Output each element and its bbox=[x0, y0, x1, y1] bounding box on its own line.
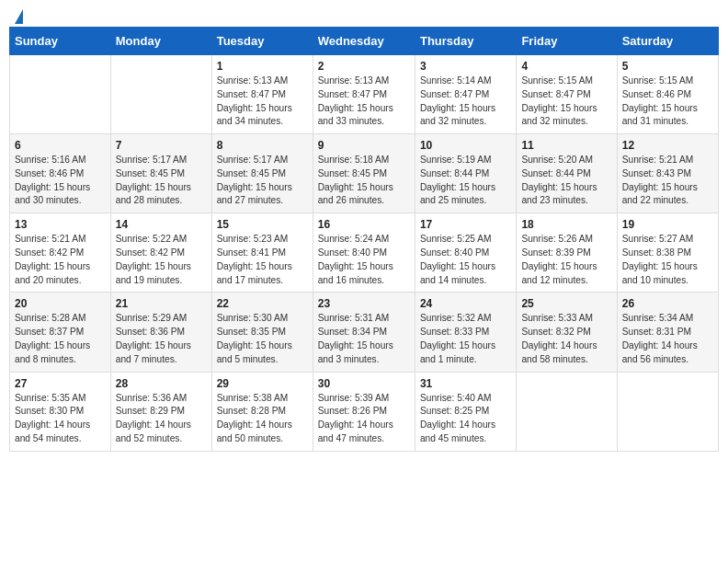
logo-triangle-icon bbox=[15, 9, 23, 24]
calendar-cell: 4Sunrise: 5:15 AMSunset: 8:47 PMDaylight… bbox=[517, 55, 617, 134]
day-info: Sunrise: 5:27 AMSunset: 8:38 PMDaylight:… bbox=[622, 233, 713, 287]
day-number: 16 bbox=[318, 218, 410, 231]
day-info: Sunrise: 5:23 AMSunset: 8:41 PMDaylight:… bbox=[217, 233, 308, 287]
day-number: 25 bbox=[521, 297, 611, 310]
day-info: Sunrise: 5:13 AMSunset: 8:47 PMDaylight:… bbox=[318, 75, 410, 129]
calendar-header-row: SundayMondayTuesdayWednesdayThursdayFrid… bbox=[10, 28, 719, 55]
day-info: Sunrise: 5:29 AMSunset: 8:36 PMDaylight:… bbox=[116, 312, 207, 366]
day-number: 26 bbox=[622, 297, 713, 310]
day-info: Sunrise: 5:28 AMSunset: 8:37 PMDaylight:… bbox=[15, 312, 106, 366]
day-info: Sunrise: 5:39 AMSunset: 8:26 PMDaylight:… bbox=[318, 392, 410, 446]
calendar-cell: 15Sunrise: 5:23 AMSunset: 8:41 PMDayligh… bbox=[211, 213, 313, 293]
day-info: Sunrise: 5:19 AMSunset: 8:44 PMDaylight:… bbox=[420, 154, 511, 208]
calendar-cell: 5Sunrise: 5:15 AMSunset: 8:46 PMDaylight… bbox=[617, 55, 718, 134]
calendar-cell: 9Sunrise: 5:18 AMSunset: 8:45 PMDaylight… bbox=[313, 134, 415, 213]
calendar-cell: 31Sunrise: 5:40 AMSunset: 8:25 PMDayligh… bbox=[415, 372, 516, 451]
day-info: Sunrise: 5:25 AMSunset: 8:40 PMDaylight:… bbox=[420, 233, 511, 287]
day-info: Sunrise: 5:31 AMSunset: 8:34 PMDaylight:… bbox=[318, 312, 410, 366]
calendar-cell: 28Sunrise: 5:36 AMSunset: 8:29 PMDayligh… bbox=[110, 372, 211, 451]
calendar-cell: 19Sunrise: 5:27 AMSunset: 8:38 PMDayligh… bbox=[617, 213, 718, 293]
calendar-cell: 8Sunrise: 5:17 AMSunset: 8:45 PMDaylight… bbox=[211, 134, 313, 213]
day-info: Sunrise: 5:21 AMSunset: 8:42 PMDaylight:… bbox=[15, 233, 106, 287]
day-number: 3 bbox=[420, 60, 511, 73]
calendar-cell: 24Sunrise: 5:32 AMSunset: 8:33 PMDayligh… bbox=[415, 293, 516, 372]
day-number: 31 bbox=[420, 377, 511, 390]
calendar-cell: 1Sunrise: 5:13 AMSunset: 8:47 PMDaylight… bbox=[211, 55, 313, 134]
calendar-week-1: 1Sunrise: 5:13 AMSunset: 8:47 PMDaylight… bbox=[10, 55, 719, 134]
calendar-cell: 14Sunrise: 5:22 AMSunset: 8:42 PMDayligh… bbox=[110, 213, 211, 293]
calendar: SundayMondayTuesdayWednesdayThursdayFrid… bbox=[9, 27, 719, 452]
calendar-cell: 21Sunrise: 5:29 AMSunset: 8:36 PMDayligh… bbox=[110, 293, 211, 372]
day-number: 28 bbox=[116, 377, 207, 390]
day-info: Sunrise: 5:15 AMSunset: 8:47 PMDaylight:… bbox=[521, 75, 611, 129]
day-info: Sunrise: 5:21 AMSunset: 8:43 PMDaylight:… bbox=[622, 154, 713, 208]
header-wednesday: Wednesday bbox=[313, 28, 415, 55]
calendar-cell: 6Sunrise: 5:16 AMSunset: 8:46 PMDaylight… bbox=[10, 134, 111, 213]
day-info: Sunrise: 5:14 AMSunset: 8:47 PMDaylight:… bbox=[420, 75, 511, 129]
day-info: Sunrise: 5:17 AMSunset: 8:45 PMDaylight:… bbox=[116, 154, 207, 208]
day-number: 27 bbox=[15, 377, 106, 390]
day-info: Sunrise: 5:16 AMSunset: 8:46 PMDaylight:… bbox=[15, 154, 106, 208]
day-info: Sunrise: 5:18 AMSunset: 8:45 PMDaylight:… bbox=[318, 154, 410, 208]
calendar-cell: 17Sunrise: 5:25 AMSunset: 8:40 PMDayligh… bbox=[415, 213, 516, 293]
calendar-cell: 13Sunrise: 5:21 AMSunset: 8:42 PMDayligh… bbox=[10, 213, 111, 293]
day-number: 13 bbox=[15, 218, 106, 231]
calendar-cell: 3Sunrise: 5:14 AMSunset: 8:47 PMDaylight… bbox=[415, 55, 516, 134]
calendar-cell: 2Sunrise: 5:13 AMSunset: 8:47 PMDaylight… bbox=[313, 55, 415, 134]
day-info: Sunrise: 5:40 AMSunset: 8:25 PMDaylight:… bbox=[420, 392, 511, 446]
day-number: 14 bbox=[116, 218, 207, 231]
header-sunday: Sunday bbox=[10, 28, 111, 55]
day-info: Sunrise: 5:35 AMSunset: 8:30 PMDaylight:… bbox=[15, 392, 106, 446]
day-number: 1 bbox=[217, 60, 308, 73]
calendar-cell: 30Sunrise: 5:39 AMSunset: 8:26 PMDayligh… bbox=[313, 372, 415, 451]
header-thursday: Thursday bbox=[415, 28, 516, 55]
calendar-cell: 18Sunrise: 5:26 AMSunset: 8:39 PMDayligh… bbox=[517, 213, 617, 293]
calendar-cell bbox=[10, 55, 111, 134]
calendar-cell: 11Sunrise: 5:20 AMSunset: 8:44 PMDayligh… bbox=[517, 134, 617, 213]
day-info: Sunrise: 5:22 AMSunset: 8:42 PMDaylight:… bbox=[116, 233, 207, 287]
day-number: 23 bbox=[318, 297, 410, 310]
calendar-cell: 10Sunrise: 5:19 AMSunset: 8:44 PMDayligh… bbox=[415, 134, 516, 213]
calendar-week-5: 27Sunrise: 5:35 AMSunset: 8:30 PMDayligh… bbox=[10, 372, 719, 451]
header-tuesday: Tuesday bbox=[211, 28, 313, 55]
day-number: 19 bbox=[622, 218, 713, 231]
day-number: 29 bbox=[217, 377, 308, 390]
day-number: 21 bbox=[116, 297, 207, 310]
day-number: 7 bbox=[116, 139, 207, 152]
day-info: Sunrise: 5:20 AMSunset: 8:44 PMDaylight:… bbox=[521, 154, 611, 208]
day-info: Sunrise: 5:17 AMSunset: 8:45 PMDaylight:… bbox=[217, 154, 308, 208]
calendar-cell: 7Sunrise: 5:17 AMSunset: 8:45 PMDaylight… bbox=[110, 134, 211, 213]
day-number: 20 bbox=[15, 297, 106, 310]
day-info: Sunrise: 5:26 AMSunset: 8:39 PMDaylight:… bbox=[521, 233, 611, 287]
calendar-cell bbox=[517, 372, 617, 451]
page-header bbox=[9, 9, 719, 19]
day-number: 6 bbox=[15, 139, 106, 152]
header-monday: Monday bbox=[110, 28, 211, 55]
day-info: Sunrise: 5:36 AMSunset: 8:29 PMDaylight:… bbox=[116, 392, 207, 446]
day-number: 11 bbox=[521, 139, 611, 152]
calendar-cell: 12Sunrise: 5:21 AMSunset: 8:43 PMDayligh… bbox=[617, 134, 718, 213]
calendar-week-2: 6Sunrise: 5:16 AMSunset: 8:46 PMDaylight… bbox=[10, 134, 719, 213]
day-number: 30 bbox=[318, 377, 410, 390]
calendar-cell: 26Sunrise: 5:34 AMSunset: 8:31 PMDayligh… bbox=[617, 293, 718, 372]
day-info: Sunrise: 5:38 AMSunset: 8:28 PMDaylight:… bbox=[217, 392, 308, 446]
calendar-cell bbox=[617, 372, 718, 451]
day-number: 18 bbox=[521, 218, 611, 231]
header-saturday: Saturday bbox=[617, 28, 718, 55]
calendar-cell: 23Sunrise: 5:31 AMSunset: 8:34 PMDayligh… bbox=[313, 293, 415, 372]
calendar-cell: 27Sunrise: 5:35 AMSunset: 8:30 PMDayligh… bbox=[10, 372, 111, 451]
day-info: Sunrise: 5:30 AMSunset: 8:35 PMDaylight:… bbox=[217, 312, 308, 366]
day-number: 4 bbox=[521, 60, 611, 73]
calendar-cell bbox=[110, 55, 211, 134]
day-number: 5 bbox=[622, 60, 713, 73]
day-number: 10 bbox=[420, 139, 511, 152]
calendar-cell: 20Sunrise: 5:28 AMSunset: 8:37 PMDayligh… bbox=[10, 293, 111, 372]
day-number: 17 bbox=[420, 218, 511, 231]
day-info: Sunrise: 5:33 AMSunset: 8:32 PMDaylight:… bbox=[521, 312, 611, 366]
day-number: 12 bbox=[622, 139, 713, 152]
calendar-cell: 29Sunrise: 5:38 AMSunset: 8:28 PMDayligh… bbox=[211, 372, 313, 451]
day-info: Sunrise: 5:34 AMSunset: 8:31 PMDaylight:… bbox=[622, 312, 713, 366]
day-info: Sunrise: 5:13 AMSunset: 8:47 PMDaylight:… bbox=[217, 75, 308, 129]
day-number: 2 bbox=[318, 60, 410, 73]
calendar-week-3: 13Sunrise: 5:21 AMSunset: 8:42 PMDayligh… bbox=[10, 213, 719, 293]
